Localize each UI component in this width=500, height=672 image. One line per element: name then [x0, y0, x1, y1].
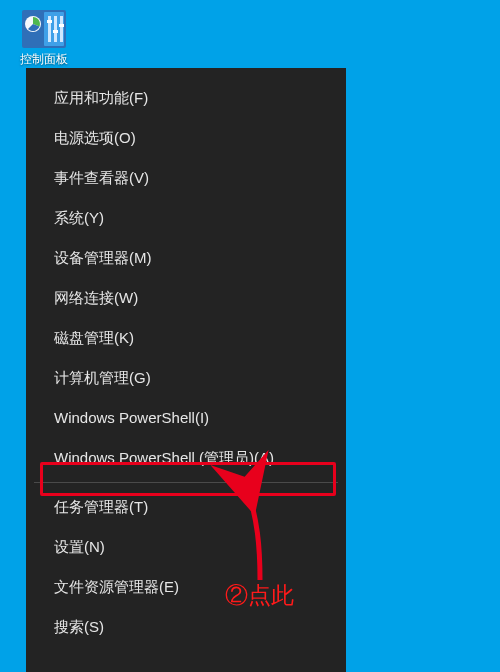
svg-rect-3	[48, 16, 51, 42]
menu-item-task-manager[interactable]: 任务管理器(T)	[26, 487, 346, 527]
svg-rect-6	[47, 20, 52, 23]
menu-item-powershell[interactable]: Windows PowerShell(I)	[26, 398, 346, 438]
control-panel-icon	[22, 10, 66, 48]
menu-item-computer-management[interactable]: 计算机管理(G)	[26, 358, 346, 398]
svg-rect-4	[54, 16, 57, 42]
menu-item-search[interactable]: 搜索(S)	[26, 607, 346, 647]
menu-item-powershell-admin[interactable]: Windows PowerShell (管理员)(A)	[26, 438, 346, 478]
desktop-icon-control-panel[interactable]: 控制面板	[18, 10, 70, 66]
menu-item-event-viewer[interactable]: 事件查看器(V)	[26, 158, 346, 198]
menu-item-device-manager[interactable]: 设备管理器(M)	[26, 238, 346, 278]
menu-item-file-explorer[interactable]: 文件资源管理器(E)	[26, 567, 346, 607]
menu-divider	[34, 482, 338, 483]
svg-rect-7	[53, 30, 58, 33]
svg-rect-5	[60, 16, 63, 42]
menu-item-apps-features[interactable]: 应用和功能(F)	[26, 78, 346, 118]
menu-item-settings[interactable]: 设置(N)	[26, 527, 346, 567]
svg-rect-8	[59, 24, 64, 27]
menu-item-network-connections[interactable]: 网络连接(W)	[26, 278, 346, 318]
menu-item-power-options[interactable]: 电源选项(O)	[26, 118, 346, 158]
desktop-icon-label: 控制面板	[8, 52, 80, 66]
winx-context-menu: 应用和功能(F) 电源选项(O) 事件查看器(V) 系统(Y) 设备管理器(M)…	[26, 68, 346, 672]
menu-item-system[interactable]: 系统(Y)	[26, 198, 346, 238]
menu-item-disk-management[interactable]: 磁盘管理(K)	[26, 318, 346, 358]
